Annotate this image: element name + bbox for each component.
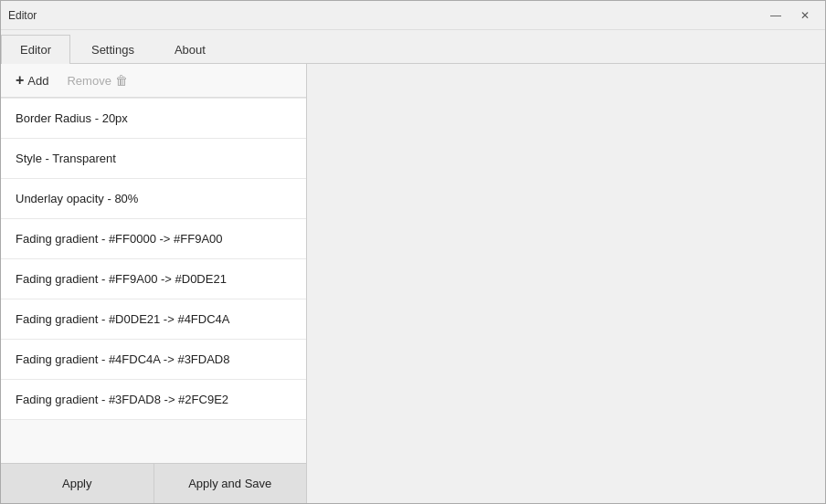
window-title: Editor <box>8 9 37 22</box>
minimize-button[interactable]: — <box>763 6 789 25</box>
remove-button[interactable]: Remove 🗑 <box>63 71 131 89</box>
tab-about[interactable]: About <box>155 35 225 64</box>
right-panel <box>307 64 825 503</box>
list-item[interactable]: Fading gradient - #D0DE21 -> #4FDC4A <box>1 299 306 340</box>
tab-bar: Editor Settings About <box>1 30 825 64</box>
add-label: Add <box>27 74 48 88</box>
plus-icon: + <box>16 73 24 88</box>
items-list[interactable]: Border Radius - 20px Style - Transparent… <box>1 98 306 463</box>
list-item[interactable]: Fading gradient - #FF9A00 -> #D0DE21 <box>1 259 306 299</box>
list-item[interactable]: Fading gradient - #FF0000 -> #FF9A00 <box>1 219 306 259</box>
left-panel: + Add Remove 🗑 Border Radius - 20px Styl… <box>1 64 307 503</box>
list-item[interactable]: Fading gradient - #4FDC4A -> #3FDAD8 <box>1 340 306 380</box>
title-bar: Editor — ✕ <box>1 1 825 30</box>
tab-settings[interactable]: Settings <box>72 35 154 64</box>
main-area: + Add Remove 🗑 Border Radius - 20px Styl… <box>1 64 825 503</box>
remove-label: Remove <box>67 74 111 88</box>
apply-save-button[interactable]: Apply and Save <box>154 464 307 503</box>
tab-editor[interactable]: Editor <box>1 35 70 64</box>
bottom-buttons: Apply Apply and Save <box>1 463 306 503</box>
apply-button[interactable]: Apply <box>1 464 154 503</box>
list-item[interactable]: Style - Transparent <box>1 139 306 179</box>
window-controls: — ✕ <box>763 6 818 25</box>
add-button[interactable]: + Add <box>12 71 52 89</box>
list-item[interactable]: Border Radius - 20px <box>1 98 306 139</box>
toolbar: + Add Remove 🗑 <box>1 64 306 98</box>
list-item[interactable]: Fading gradient - #3FDAD8 -> #2FC9E2 <box>1 380 306 420</box>
main-window: Editor — ✕ Editor Settings About + Add <box>0 0 826 504</box>
list-item[interactable]: Underlay opacity - 80% <box>1 179 306 219</box>
trash-icon: 🗑 <box>115 73 128 88</box>
close-button[interactable]: ✕ <box>792 6 818 25</box>
